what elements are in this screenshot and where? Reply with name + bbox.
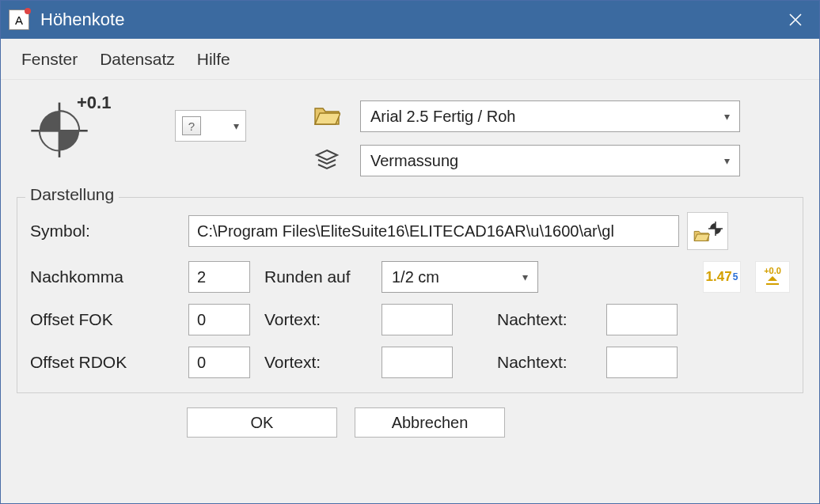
runden-label: Runden auf <box>264 267 367 286</box>
folder-marker-icon <box>692 215 723 247</box>
offset-fok-label: Offset FOK <box>30 310 180 329</box>
kote-preview-label: +0.1 <box>77 93 111 113</box>
chevron-down-icon: ▾ <box>233 119 239 132</box>
fok-vortext-input[interactable] <box>382 304 453 335</box>
ok-button[interactable]: OK <box>187 407 337 438</box>
close-icon <box>788 13 803 27</box>
menu-fenster[interactable]: Fenster <box>21 50 78 69</box>
fok-vortext-label: Vortext: <box>264 310 367 329</box>
zero-ref-icon: +0.0 <box>759 265 786 289</box>
symbol-label: Symbol: <box>30 222 180 241</box>
darstellung-group: Darstellung Symbol: C:\Program Files\Eli… <box>17 197 803 393</box>
layers-icon <box>309 149 344 172</box>
svg-text:+0.0: +0.0 <box>764 266 781 275</box>
chevron-down-icon: ▾ <box>724 110 730 123</box>
precision-preview-button[interactable]: 1.475 <box>703 261 741 293</box>
menu-datensatz[interactable]: Datensatz <box>100 50 175 69</box>
content-area: +0.1 ? ▾ <box>1 80 819 445</box>
rdok-vortext-label: Vortext: <box>264 353 367 372</box>
rdok-nachtext-input[interactable] <box>606 347 678 378</box>
nachkomma-label: Nachkomma <box>30 267 180 286</box>
offset-fok-input[interactable]: 0 <box>188 304 250 335</box>
close-button[interactable] <box>780 4 811 36</box>
app-icon: A <box>9 9 29 30</box>
precision-preview-exp: 5 <box>733 271 738 282</box>
group-title: Darstellung <box>25 185 119 204</box>
window-title: Höhenkote <box>40 9 124 30</box>
runden-select-value: 1/2 cm <box>392 268 439 286</box>
browse-symbol-button[interactable] <box>687 212 728 250</box>
offset-rdok-input[interactable]: 0 <box>188 347 250 378</box>
precision-preview-value: 1.47 <box>706 269 732 285</box>
rdok-nachtext-label: Nachtext: <box>497 353 592 372</box>
kote-preview: +0.1 <box>26 93 121 164</box>
symbol-type-select[interactable]: ? ▾ <box>175 110 246 142</box>
question-icon: ? <box>182 116 201 135</box>
font-select[interactable]: Arial 2.5 Fertig / Roh ▾ <box>360 100 740 132</box>
chevron-down-icon: ▾ <box>724 154 730 167</box>
cancel-button[interactable]: Abbrechen <box>355 407 505 438</box>
menu-hilfe[interactable]: Hilfe <box>197 50 230 69</box>
runden-select[interactable]: 1/2 cm ▾ <box>382 261 538 293</box>
offset-rdok-label: Offset RDOK <box>30 353 180 372</box>
layer-select-value: Vermassung <box>370 152 458 170</box>
zero-reference-button[interactable]: +0.0 <box>755 261 790 293</box>
font-select-value: Arial 2.5 Fertig / Roh <box>370 108 515 126</box>
chevron-down-icon: ▾ <box>522 271 528 283</box>
fok-nachtext-label: Nachtext: <box>497 310 592 329</box>
dialog-window: A Höhenkote Fenster Datensatz Hilfe +0.1 <box>0 0 820 504</box>
layer-select[interactable]: Vermassung ▾ <box>360 145 740 176</box>
fok-nachtext-input[interactable] <box>606 304 678 335</box>
rdok-vortext-input[interactable] <box>382 347 453 378</box>
symbol-path-input[interactable]: C:\Program Files\EliteSuite16\ELITECAD16… <box>188 215 679 247</box>
titlebar: A Höhenkote <box>1 1 819 39</box>
menubar: Fenster Datensatz Hilfe <box>1 39 819 80</box>
nachkomma-input[interactable]: 2 <box>188 261 250 293</box>
folder-icon <box>309 104 344 128</box>
